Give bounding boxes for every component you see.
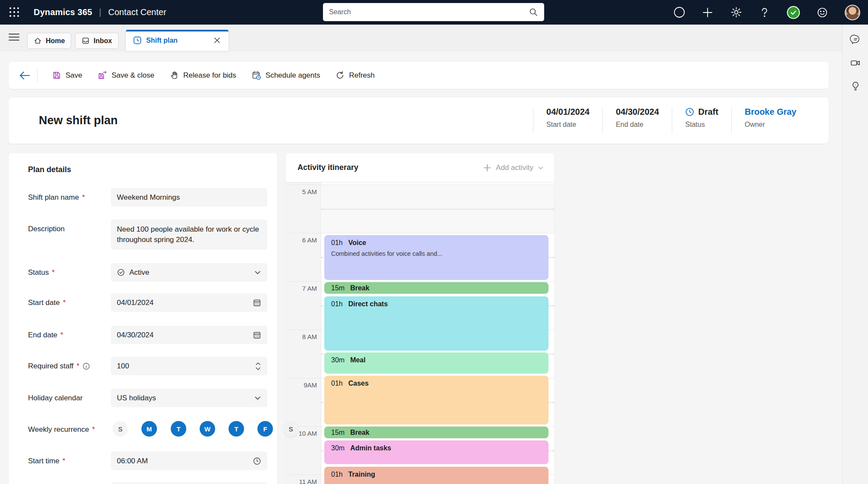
product-name[interactable]: Dynamics 365 <box>34 7 92 17</box>
clock-icon[interactable] <box>253 457 261 465</box>
day-sunday[interactable]: S <box>113 421 128 437</box>
required-asterisk: * <box>77 362 80 371</box>
hour-label-11am: 11 AM <box>286 478 317 484</box>
end-date-value: 04/30/2024 <box>616 107 659 117</box>
user-avatar[interactable] <box>845 5 860 20</box>
chevron-down-icon <box>538 165 544 171</box>
search-icon[interactable] <box>529 7 538 17</box>
end-date-input[interactable]: 04/30/2024 <box>111 326 267 344</box>
event-voice[interactable]: 01hVoice Combined activities for voice c… <box>324 235 548 280</box>
back-arrow-icon[interactable] <box>18 69 31 82</box>
number-stepper[interactable] <box>255 361 261 371</box>
day-saturday-overflow[interactable]: S <box>283 421 299 437</box>
release-for-bids-label: Release for bids <box>183 71 236 80</box>
settings-gear-icon[interactable] <box>730 6 742 19</box>
start-date-label: Start date* <box>28 299 66 307</box>
event-duration: 01h <box>331 239 343 247</box>
day-friday[interactable]: F <box>257 421 273 437</box>
feedback-smiley-icon[interactable] <box>816 6 828 19</box>
home-icon <box>34 37 42 45</box>
presence-available-icon[interactable] <box>787 6 800 19</box>
calendar-icon[interactable] <box>253 331 261 339</box>
itinerary-header: Activity itinerary Add activity <box>286 153 554 182</box>
required-asterisk: * <box>52 268 55 277</box>
save-and-close-button[interactable]: Save & close <box>90 66 162 85</box>
calendar-icon[interactable] <box>253 299 261 307</box>
summary-end-date: 04/30/2024 End date <box>602 107 672 134</box>
start-date-value: 04/01/2024 <box>546 107 589 117</box>
save-button[interactable]: Save <box>44 66 90 85</box>
schedule-agents-button[interactable]: Schedule agents <box>244 66 328 85</box>
shift-plan-tab-icon <box>133 36 142 45</box>
event-training[interactable]: 01hTraining <box>324 467 548 484</box>
tab-inbox-label: Inbox <box>94 37 112 45</box>
event-break[interactable]: 15mBreak <box>324 282 548 294</box>
day-thursday[interactable]: T <box>229 421 244 437</box>
help-icon[interactable] <box>758 6 771 19</box>
status-circle-icon[interactable] <box>673 6 685 19</box>
command-divider <box>37 69 38 82</box>
save-and-close-label: Save & close <box>112 71 154 80</box>
save-label: Save <box>66 71 82 80</box>
navbar-icons <box>673 0 860 25</box>
inbox-icon <box>81 37 90 45</box>
tab-home[interactable]: Home <box>27 33 71 49</box>
plan-details-panel: Plan details Shift plan name* Weekend Mo… <box>9 153 277 484</box>
app-name[interactable]: Contact Center <box>108 7 166 17</box>
activity-itinerary-panel: Activity itinerary Add activity <box>286 153 554 484</box>
page-title: New shift plan <box>39 114 118 127</box>
chat-icon[interactable] <box>850 34 861 45</box>
holiday-calendar-dropdown[interactable]: US holidays <box>111 389 267 407</box>
start-date-input[interactable]: 04/01/2024 <box>111 293 267 312</box>
required-asterisk: * <box>63 299 66 307</box>
right-side-rail <box>842 25 868 484</box>
active-check-circle-icon <box>117 268 125 277</box>
day-monday[interactable]: M <box>141 421 157 437</box>
info-icon[interactable] <box>82 362 90 370</box>
shift-plan-name-input[interactable]: Weekend Mornings <box>111 188 267 207</box>
day-wednesday[interactable]: W <box>200 421 215 437</box>
chevron-down-icon <box>254 269 261 276</box>
hour-line <box>286 281 554 282</box>
start-time-label: Start time* <box>28 457 65 465</box>
required-staff-label: Required staff* <box>28 362 90 371</box>
chevron-down-icon <box>254 394 261 402</box>
shift-plan-name-label: Shift plan name* <box>28 193 85 202</box>
refresh-button[interactable]: Refresh <box>328 66 382 85</box>
hour-label-6am: 6 AM <box>286 236 317 244</box>
summary-owner: Brooke Gray Owner <box>731 107 809 134</box>
tab-shift-plan-active[interactable]: Shift plan <box>126 30 229 51</box>
tab-close-icon[interactable] <box>212 36 222 45</box>
hour-label-8am: 8 AM <box>286 333 317 340</box>
required-staff-input[interactable]: 100 <box>111 357 267 375</box>
video-icon[interactable] <box>850 57 861 69</box>
start-time-input[interactable]: 06:00 AM <box>111 452 267 470</box>
status-dropdown[interactable]: Active <box>111 263 267 282</box>
owner-label: Owner <box>745 121 796 129</box>
release-for-bids-button[interactable]: Release for bids <box>162 66 244 85</box>
lightbulb-icon[interactable] <box>850 81 861 92</box>
owner-link[interactable]: Brooke Gray <box>745 107 796 117</box>
app-launcher-waffle-icon[interactable] <box>9 6 20 18</box>
add-plus-icon[interactable] <box>702 6 714 19</box>
save-icon <box>52 71 61 80</box>
event-direct-chats[interactable]: 01hDirect chats <box>324 296 548 351</box>
search-input[interactable] <box>329 8 529 16</box>
next-field-partial-input[interactable] <box>111 482 267 484</box>
start-date-label: Start date <box>546 121 589 129</box>
record-header: New shift plan 04/01/2024 Start date 04/… <box>9 97 829 144</box>
event-break-2[interactable]: 15mBreak <box>324 427 548 438</box>
event-subtitle: Combined activities for voice calls and.… <box>331 250 542 257</box>
day-tuesday[interactable]: T <box>171 421 186 437</box>
description-input[interactable]: Need 100 people available for work or cy… <box>111 220 267 250</box>
event-cases[interactable]: 01hCases <box>324 376 548 424</box>
save-and-close-icon <box>98 71 107 80</box>
event-meal[interactable]: 30mMeal <box>324 352 548 374</box>
required-asterisk: * <box>82 193 85 202</box>
global-search[interactable] <box>323 3 544 21</box>
add-activity-button[interactable]: Add activity <box>483 163 544 172</box>
summary-start-date: 04/01/2024 Start date <box>533 107 602 134</box>
tab-inbox[interactable]: Inbox <box>75 33 119 49</box>
site-map-hamburger-icon[interactable] <box>9 33 19 41</box>
event-admin-tasks[interactable]: 30mAdmin tasks <box>324 440 548 464</box>
